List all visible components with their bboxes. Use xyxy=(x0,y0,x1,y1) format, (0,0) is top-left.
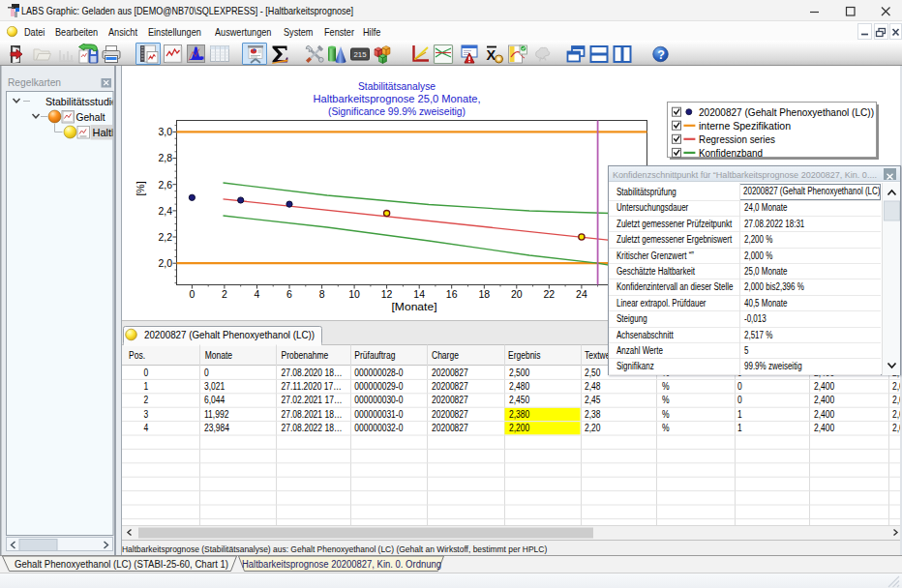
svg-text:4: 4 xyxy=(255,288,260,300)
svg-text:23,984: 23,984 xyxy=(204,423,229,433)
svg-text:2,400: 2,400 xyxy=(814,423,835,433)
svg-text:6: 6 xyxy=(286,288,292,300)
svg-text:20200827: 20200827 xyxy=(432,381,468,392)
svg-text:14: 14 xyxy=(413,288,425,300)
svg-text:20: 20 xyxy=(511,288,523,300)
svg-text:Gehalt Phenoxyethanol (LC) (ST: Gehalt Phenoxyethanol (LC) (STABI-25-60,… xyxy=(15,559,228,570)
svg-text:2,6: 2,6 xyxy=(158,179,172,191)
svg-text:24: 24 xyxy=(576,288,587,300)
svg-text:2,45: 2,45 xyxy=(585,395,601,405)
svg-text:Haltbarkeitsprognose 20200827,: Haltbarkeitsprognose 20200827, Kin. 0. O… xyxy=(242,559,441,570)
svg-text:27.08.2022 18…: 27.08.2022 18… xyxy=(282,423,343,433)
svg-text:2,0: 2,0 xyxy=(158,257,172,269)
svg-text:1: 1 xyxy=(737,423,742,433)
svg-text:2,450: 2,450 xyxy=(509,395,530,405)
svg-text:0: 0 xyxy=(737,381,742,392)
svg-text:0: 0 xyxy=(189,288,195,300)
svg-text:%: % xyxy=(662,381,670,392)
svg-text:8: 8 xyxy=(319,288,325,300)
svg-text:11,992: 11,992 xyxy=(204,409,229,420)
svg-text:20200827: 20200827 xyxy=(432,409,468,420)
svg-text:Pos.: Pos. xyxy=(129,350,145,361)
svg-text:20200827: 20200827 xyxy=(432,423,468,433)
svg-text:2,38: 2,38 xyxy=(585,409,601,420)
svg-text:2: 2 xyxy=(222,288,227,300)
svg-text:20200827 (Gehalt Phenoxyethano: 20200827 (Gehalt Phenoxyethanol (LC)) xyxy=(144,329,315,340)
svg-text:22: 22 xyxy=(543,288,555,300)
svg-text:20200827 (Gehalt Phenoxyethano: 20200827 (Gehalt Phenoxyethanol (LC)) xyxy=(699,106,874,118)
svg-text:2,20: 2,20 xyxy=(585,423,601,433)
svg-text:3: 3 xyxy=(144,409,149,420)
svg-text:X: X xyxy=(487,47,496,63)
svg-text:Regelkarten: Regelkarten xyxy=(8,77,61,88)
svg-text:3,021: 3,021 xyxy=(204,381,226,392)
svg-text:?: ? xyxy=(657,48,665,62)
svg-text:27.02.2021 17…: 27.02.2021 17… xyxy=(282,395,343,405)
svg-text:000000029-0: 000000029-0 xyxy=(354,381,403,392)
svg-text:Ergebnis: Ergebnis xyxy=(508,350,541,361)
svg-text:Konfidenzband: Konfidenzband xyxy=(699,147,763,159)
svg-text:Haltbarkeitsprognose 25,0 Mona: Haltbarkeitsprognose 25,0 Monate, xyxy=(314,93,481,104)
svg-text:Regression series: Regression series xyxy=(699,133,775,145)
svg-text:20200827: 20200827 xyxy=(432,368,468,378)
svg-text:20200827: 20200827 xyxy=(432,395,468,405)
svg-text:interne Spezifikation: interne Spezifikation xyxy=(699,120,791,132)
svg-text:%: % xyxy=(662,423,670,433)
svg-text:[Monate]: [Monate] xyxy=(392,301,437,312)
svg-text:2,400: 2,400 xyxy=(814,381,835,392)
svg-text:%: % xyxy=(662,409,670,420)
svg-text:2,50: 2,50 xyxy=(585,368,601,378)
svg-text:6,044: 6,044 xyxy=(204,395,226,405)
svg-text:Probenahme: Probenahme xyxy=(282,350,329,361)
svg-text:2,8: 2,8 xyxy=(158,152,172,163)
svg-text:27.08.2021 18…: 27.08.2021 18… xyxy=(282,409,343,420)
svg-text:Prüfauftrag: Prüfauftrag xyxy=(354,350,395,361)
svg-text:27.08.2020 18…: 27.08.2020 18… xyxy=(282,368,343,378)
svg-text:16: 16 xyxy=(446,288,458,300)
svg-text:10: 10 xyxy=(348,288,360,300)
svg-text:000000031-0: 000000031-0 xyxy=(354,409,403,420)
svg-text:2,48: 2,48 xyxy=(585,381,601,392)
svg-text:4: 4 xyxy=(144,423,149,433)
svg-text:2,200: 2,200 xyxy=(509,423,530,433)
svg-text:2,400: 2,400 xyxy=(814,395,835,405)
svg-text:27.11.2020 17…: 27.11.2020 17… xyxy=(282,381,342,392)
svg-text:1: 1 xyxy=(737,409,742,420)
svg-text:Stabilitätsstudie: Stabilitätsstudie xyxy=(45,96,117,107)
svg-text:0: 0 xyxy=(144,368,149,378)
svg-text:000000032-0: 000000032-0 xyxy=(354,423,403,433)
svg-text:000000028-0: 000000028-0 xyxy=(354,368,403,378)
svg-text:12: 12 xyxy=(381,288,393,300)
svg-text:215: 215 xyxy=(354,50,368,59)
svg-text:2,4: 2,4 xyxy=(158,205,172,217)
svg-text:2,400: 2,400 xyxy=(814,409,835,420)
svg-text:Monate: Monate xyxy=(205,350,233,361)
svg-text:%: % xyxy=(662,395,670,405)
svg-text:2,500: 2,500 xyxy=(509,368,530,378)
svg-text:Stabilitätsanalyse: Stabilitätsanalyse xyxy=(358,80,436,92)
svg-text:2: 2 xyxy=(144,395,149,405)
svg-text:0: 0 xyxy=(204,368,209,378)
svg-text:3,0: 3,0 xyxy=(158,126,172,137)
svg-text:000000030-0: 000000030-0 xyxy=(354,395,403,405)
svg-text:2,2: 2,2 xyxy=(158,231,172,243)
svg-text:Gehalt: Gehalt xyxy=(76,111,105,123)
svg-text:18: 18 xyxy=(478,288,490,300)
svg-text:1: 1 xyxy=(144,381,149,392)
svg-text:(Significance 99.9% zweiseitig: (Significance 99.9% zweiseitig) xyxy=(328,105,466,117)
svg-text:0: 0 xyxy=(737,395,742,405)
svg-text:Charge: Charge xyxy=(432,350,459,361)
svg-text:2,380: 2,380 xyxy=(509,409,530,420)
svg-text:2,480: 2,480 xyxy=(509,381,530,392)
svg-text:[%]: [%] xyxy=(135,181,146,195)
